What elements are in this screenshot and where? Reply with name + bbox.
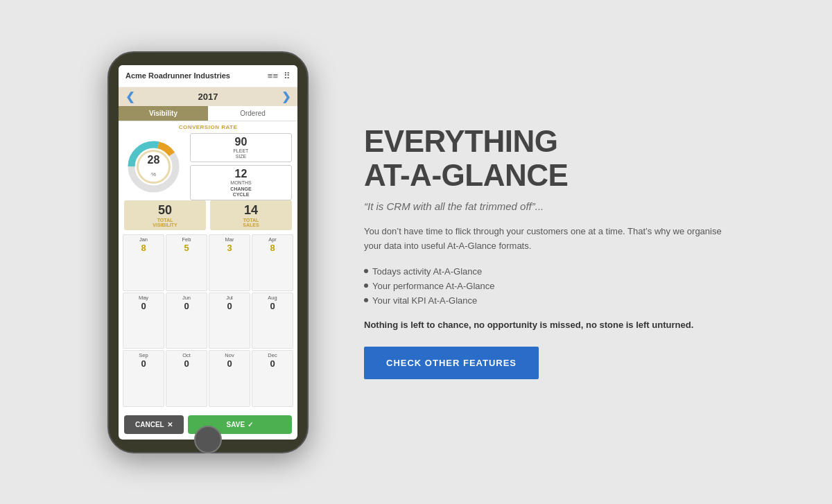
change-cycle-box: 12 MonthsCHANGECYCLE (190, 165, 292, 200)
tab-ordered[interactable]: Ordered (208, 106, 297, 121)
menu-icon[interactable]: ≡≡ (268, 71, 278, 81)
fleet-size-value: 90 (195, 136, 287, 148)
month-label: Nov (209, 352, 250, 358)
month-label: Oct (166, 352, 207, 358)
bullet-list: Todays activity At-A-GlanceYour performa… (364, 266, 725, 306)
list-item: Todays activity At-A-Glance (364, 266, 725, 277)
month-cell: Feb 5 (166, 234, 207, 290)
month-label: Sep (123, 352, 164, 358)
total-sales-label: TOTALSALES (216, 218, 286, 227)
month-label: Jun (166, 295, 207, 301)
month-cell: Oct 0 (166, 350, 207, 406)
list-item: Your performance At-A-Glance (364, 281, 725, 291)
description: You don’t have time to flick through you… (364, 225, 725, 254)
cancel-button[interactable]: CANCEL ✕ (124, 415, 184, 434)
phone-device: Acme Roadrunner Industries ≡≡ ⠿ ❮ 2017 ❯… (107, 51, 309, 453)
month-cell: Mar 3 (209, 234, 250, 290)
bullet-dot (364, 284, 368, 288)
home-button[interactable] (194, 426, 222, 453)
total-visibility-value: 50 (130, 203, 200, 218)
total-visibility-item: 50 TOTALVISIBILITY (124, 200, 206, 230)
prev-year-arrow[interactable]: ❮ (125, 90, 135, 103)
phone-header: Acme Roadrunner Industries ≡≡ ⠿ (119, 65, 297, 87)
month-value: 8 (123, 243, 164, 253)
month-label: Dec (252, 352, 293, 358)
save-label: SAVE (227, 421, 245, 428)
total-sales-item: 14 TOTALSALES (210, 200, 292, 230)
month-label: Aug (252, 295, 293, 301)
month-value: 0 (209, 358, 250, 369)
donut-percent: % (151, 171, 156, 177)
month-value: 0 (166, 358, 207, 369)
month-value: 0 (123, 358, 164, 369)
month-value: 3 (209, 243, 250, 253)
month-label: May (123, 295, 164, 301)
change-cycle-value: 12 (195, 168, 287, 180)
list-item: Your vital KPI At-A-Glance (364, 295, 725, 306)
header-icons: ≡≡ ⠿ (268, 71, 291, 81)
bullet-text: Your vital KPI At-A-Glance (372, 295, 477, 306)
bullet-text: Your performance At-A-Glance (372, 281, 495, 291)
month-label: Mar (209, 236, 250, 243)
main-heading: EVERYTHING AT-A-GLANCE (364, 125, 725, 192)
month-cell: Apr 8 (252, 234, 293, 290)
summary-row: 50 TOTALVISIBILITY 14 TOTALSALES (119, 200, 297, 234)
app-title: Acme Roadrunner Industries (125, 71, 230, 80)
right-metrics: 90 FLEETSIZE 12 MonthsCHANGECYCLE (190, 133, 292, 201)
month-label: Feb (166, 236, 207, 243)
month-label: Jan (123, 236, 164, 243)
change-cycle-label: MonthsCHANGECYCLE (195, 180, 287, 198)
month-cell: Sep 0 (123, 350, 164, 406)
tabs-row: Visibility Ordered (119, 106, 297, 121)
next-year-arrow[interactable]: ❯ (281, 90, 291, 103)
cta-button[interactable]: CHECK OTHER FEATURES (364, 347, 539, 379)
month-value: 5 (166, 243, 207, 253)
total-visibility-label: TOTALVISIBILITY (130, 218, 200, 227)
month-value: 0 (252, 358, 293, 369)
month-value: 0 (166, 301, 207, 311)
heading-line1: EVERYTHING (364, 124, 557, 158)
month-label: Jul (209, 295, 250, 301)
month-cell: Jan 8 (123, 234, 164, 290)
month-value: 8 (252, 243, 293, 253)
total-sales-value: 14 (216, 203, 286, 218)
bullet-dot (364, 298, 368, 302)
fleet-size-label: FLEETSIZE (195, 148, 287, 160)
heading-line2: AT-A-GLANCE (364, 158, 568, 192)
donut-value: 28 (148, 154, 160, 166)
grid-icon[interactable]: ⠿ (284, 71, 291, 81)
donut-chart: 28 % (124, 137, 183, 196)
month-cell: May 0 (123, 293, 164, 349)
tagline: Nothing is left to chance, no opportunit… (364, 320, 725, 330)
page-wrapper: Acme Roadrunner Industries ≡≡ ⠿ ❮ 2017 ❯… (0, 0, 832, 504)
month-cell: Dec 0 (252, 350, 293, 406)
bullet-text: Todays activity At-A-Glance (372, 266, 482, 277)
month-value: 0 (209, 301, 250, 311)
phone-screen: Acme Roadrunner Industries ≡≡ ⠿ ❮ 2017 ❯… (119, 65, 297, 440)
month-cell: Nov 0 (209, 350, 250, 406)
month-cell: Aug 0 (252, 293, 293, 349)
cancel-label: CANCEL (135, 421, 164, 428)
year-nav: ❮ 2017 ❯ (119, 87, 297, 106)
month-cell: Jul 0 (209, 293, 250, 349)
cancel-icon: ✕ (167, 421, 173, 428)
month-label: Apr (252, 236, 293, 243)
month-value: 0 (123, 301, 164, 311)
sub-quote: “It is CRM with all the fat trimmed off”… (364, 200, 725, 212)
conversion-label: CONVERSION RATE (124, 124, 292, 130)
month-value: 0 (252, 301, 293, 311)
tab-visibility[interactable]: Visibility (119, 106, 208, 121)
fleet-size-box: 90 FLEETSIZE (190, 133, 292, 163)
month-cell: Jun 0 (166, 293, 207, 349)
current-year: 2017 (198, 92, 218, 102)
save-icon: ✓ (248, 421, 253, 428)
right-content: EVERYTHING AT-A-GLANCE “It is CRM with a… (364, 125, 725, 379)
monthly-grid: Jan 8 Feb 5 Mar 3 Apr 8 May 0 Jun 0 Jul … (119, 234, 297, 406)
bullet-dot (364, 269, 368, 273)
